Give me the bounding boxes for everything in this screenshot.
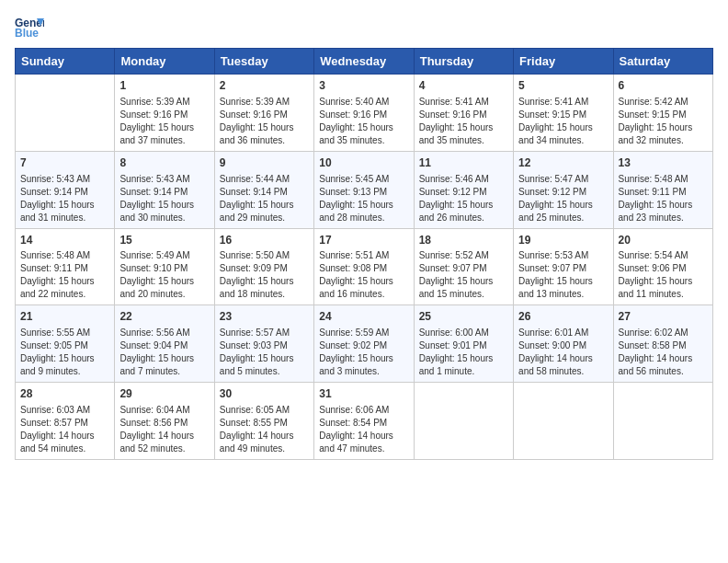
header-cell-monday: Monday — [115, 49, 214, 75]
cell-info: Sunrise: 5:39 AM Sunset: 9:16 PM Dayligh… — [119, 96, 209, 147]
calendar-cell: 16Sunrise: 5:50 AM Sunset: 9:09 PM Dayli… — [214, 228, 313, 305]
cell-info: Sunrise: 5:43 AM Sunset: 9:14 PM Dayligh… — [20, 173, 109, 224]
calendar-cell: 18Sunrise: 5:52 AM Sunset: 9:07 PM Dayli… — [414, 228, 513, 305]
day-number: 21 — [20, 309, 109, 325]
day-number: 23 — [220, 309, 309, 325]
day-number: 18 — [419, 233, 508, 248]
calendar-cell: 15Sunrise: 5:49 AM Sunset: 9:10 PM Dayli… — [115, 228, 214, 305]
calendar-cell: 17Sunrise: 5:51 AM Sunset: 9:08 PM Dayli… — [314, 228, 414, 305]
calendar-cell: 9Sunrise: 5:44 AM Sunset: 9:14 PM Daylig… — [214, 151, 313, 228]
day-number: 22 — [119, 309, 209, 325]
day-number: 27 — [619, 309, 708, 325]
header-cell-saturday: Saturday — [613, 49, 712, 75]
day-number: 25 — [419, 309, 508, 325]
day-number: 20 — [619, 233, 708, 248]
cell-info: Sunrise: 5:43 AM Sunset: 9:14 PM Dayligh… — [119, 173, 209, 224]
header-cell-thursday: Thursday — [414, 49, 513, 75]
day-number: 11 — [419, 155, 508, 171]
cell-info: Sunrise: 6:04 AM Sunset: 8:56 PM Dayligh… — [119, 404, 209, 455]
calendar-cell — [16, 75, 115, 152]
calendar-cell: 11Sunrise: 5:46 AM Sunset: 9:12 PM Dayli… — [414, 151, 513, 228]
day-number: 12 — [518, 155, 608, 171]
calendar-header: SundayMondayTuesdayWednesdayThursdayFrid… — [16, 49, 713, 75]
cell-info: Sunrise: 5:41 AM Sunset: 9:16 PM Dayligh… — [419, 96, 508, 147]
logo: General Blue — [15, 15, 48, 40]
calendar-cell — [514, 383, 613, 460]
cell-info: Sunrise: 6:01 AM Sunset: 9:00 PM Dayligh… — [518, 327, 608, 378]
calendar-cell: 3Sunrise: 5:40 AM Sunset: 9:16 PM Daylig… — [314, 75, 414, 152]
day-number: 17 — [319, 233, 408, 248]
cell-info: Sunrise: 5:49 AM Sunset: 9:10 PM Dayligh… — [119, 249, 209, 301]
cell-info: Sunrise: 5:52 AM Sunset: 9:07 PM Dayligh… — [419, 249, 508, 301]
page-header: General Blue — [15, 15, 713, 40]
calendar-cell: 20Sunrise: 5:54 AM Sunset: 9:06 PM Dayli… — [613, 228, 712, 305]
day-number: 4 — [419, 78, 508, 94]
calendar-cell: 31Sunrise: 6:06 AM Sunset: 8:54 PM Dayli… — [314, 383, 414, 460]
week-row-4: 21Sunrise: 5:55 AM Sunset: 9:05 PM Dayli… — [16, 305, 713, 383]
day-number: 30 — [220, 386, 309, 402]
cell-info: Sunrise: 5:47 AM Sunset: 9:12 PM Dayligh… — [518, 173, 608, 224]
calendar-cell: 30Sunrise: 6:05 AM Sunset: 8:55 PM Dayli… — [214, 383, 313, 460]
cell-info: Sunrise: 5:55 AM Sunset: 9:05 PM Dayligh… — [20, 327, 109, 378]
cell-info: Sunrise: 5:59 AM Sunset: 9:02 PM Dayligh… — [319, 327, 408, 378]
day-number: 7 — [20, 155, 109, 171]
calendar-cell: 28Sunrise: 6:03 AM Sunset: 8:57 PM Dayli… — [16, 383, 115, 460]
day-number: 3 — [319, 78, 408, 94]
day-number: 31 — [319, 386, 408, 402]
calendar-cell: 4Sunrise: 5:41 AM Sunset: 9:16 PM Daylig… — [414, 75, 513, 152]
calendar-cell: 19Sunrise: 5:53 AM Sunset: 9:07 PM Dayli… — [514, 228, 613, 305]
calendar-cell: 1Sunrise: 5:39 AM Sunset: 9:16 PM Daylig… — [115, 75, 214, 152]
day-number: 1 — [119, 78, 209, 94]
calendar-body: 1Sunrise: 5:39 AM Sunset: 9:16 PM Daylig… — [16, 75, 713, 460]
cell-info: Sunrise: 5:50 AM Sunset: 9:09 PM Dayligh… — [220, 249, 309, 301]
day-number: 28 — [20, 386, 109, 402]
cell-info: Sunrise: 6:06 AM Sunset: 8:54 PM Dayligh… — [319, 404, 408, 455]
calendar-cell: 13Sunrise: 5:48 AM Sunset: 9:11 PM Dayli… — [613, 151, 712, 228]
day-number: 13 — [619, 155, 708, 171]
day-number: 15 — [119, 233, 209, 248]
cell-info: Sunrise: 5:44 AM Sunset: 9:14 PM Dayligh… — [220, 173, 309, 224]
cell-info: Sunrise: 5:39 AM Sunset: 9:16 PM Dayligh… — [220, 96, 309, 147]
day-number: 2 — [220, 78, 309, 94]
calendar-cell: 10Sunrise: 5:45 AM Sunset: 9:13 PM Dayli… — [314, 151, 414, 228]
header-cell-sunday: Sunday — [16, 49, 115, 75]
week-row-2: 7Sunrise: 5:43 AM Sunset: 9:14 PM Daylig… — [16, 151, 713, 228]
header-cell-tuesday: Tuesday — [214, 49, 313, 75]
calendar-cell: 22Sunrise: 5:56 AM Sunset: 9:04 PM Dayli… — [115, 305, 214, 383]
calendar-cell: 7Sunrise: 5:43 AM Sunset: 9:14 PM Daylig… — [16, 151, 115, 228]
day-number: 19 — [518, 233, 608, 248]
day-number: 16 — [220, 233, 309, 248]
calendar-cell: 5Sunrise: 5:41 AM Sunset: 9:15 PM Daylig… — [514, 75, 613, 152]
day-number: 24 — [319, 309, 408, 325]
cell-info: Sunrise: 5:53 AM Sunset: 9:07 PM Dayligh… — [518, 249, 608, 301]
calendar-cell: 6Sunrise: 5:42 AM Sunset: 9:15 PM Daylig… — [613, 75, 712, 152]
calendar-table: SundayMondayTuesdayWednesdayThursdayFrid… — [15, 48, 713, 460]
calendar-cell: 27Sunrise: 6:02 AM Sunset: 8:58 PM Dayli… — [613, 305, 712, 383]
day-number: 10 — [319, 155, 408, 171]
week-row-1: 1Sunrise: 5:39 AM Sunset: 9:16 PM Daylig… — [16, 75, 713, 152]
day-number: 14 — [20, 233, 109, 248]
calendar-cell: 26Sunrise: 6:01 AM Sunset: 9:00 PM Dayli… — [514, 305, 613, 383]
cell-info: Sunrise: 5:41 AM Sunset: 9:15 PM Dayligh… — [518, 96, 608, 147]
calendar-cell — [613, 383, 712, 460]
day-number: 6 — [619, 78, 708, 94]
cell-info: Sunrise: 5:56 AM Sunset: 9:04 PM Dayligh… — [119, 327, 209, 378]
calendar-cell: 14Sunrise: 5:48 AM Sunset: 9:11 PM Dayli… — [16, 228, 115, 305]
calendar-cell: 24Sunrise: 5:59 AM Sunset: 9:02 PM Dayli… — [314, 305, 414, 383]
header-row: SundayMondayTuesdayWednesdayThursdayFrid… — [16, 49, 713, 75]
cell-info: Sunrise: 5:40 AM Sunset: 9:16 PM Dayligh… — [319, 96, 408, 147]
calendar-cell: 2Sunrise: 5:39 AM Sunset: 9:16 PM Daylig… — [214, 75, 313, 152]
cell-info: Sunrise: 5:48 AM Sunset: 9:11 PM Dayligh… — [20, 249, 109, 301]
day-number: 26 — [518, 309, 608, 325]
calendar-cell: 21Sunrise: 5:55 AM Sunset: 9:05 PM Dayli… — [16, 305, 115, 383]
cell-info: Sunrise: 5:54 AM Sunset: 9:06 PM Dayligh… — [619, 249, 708, 301]
calendar-cell: 29Sunrise: 6:04 AM Sunset: 8:56 PM Dayli… — [115, 383, 214, 460]
cell-info: Sunrise: 6:02 AM Sunset: 8:58 PM Dayligh… — [619, 327, 708, 378]
week-row-5: 28Sunrise: 6:03 AM Sunset: 8:57 PM Dayli… — [16, 383, 713, 460]
logo-icon: General Blue — [15, 15, 44, 40]
day-number: 8 — [119, 155, 209, 171]
week-row-3: 14Sunrise: 5:48 AM Sunset: 9:11 PM Dayli… — [16, 228, 713, 305]
calendar-cell — [414, 383, 513, 460]
calendar-cell: 23Sunrise: 5:57 AM Sunset: 9:03 PM Dayli… — [214, 305, 313, 383]
cell-info: Sunrise: 5:57 AM Sunset: 9:03 PM Dayligh… — [220, 327, 309, 378]
